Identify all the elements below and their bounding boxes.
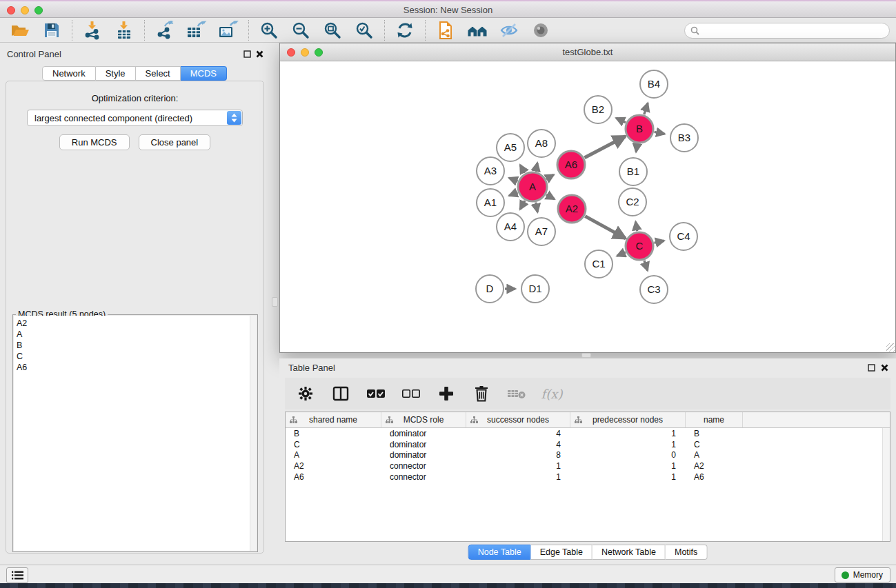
search-field[interactable] — [684, 23, 890, 39]
edge-C-C4[interactable] — [655, 241, 664, 243]
column-header-shared-name[interactable]: shared name — [286, 412, 381, 427]
node-label-B4: B4 — [648, 78, 660, 90]
import-network-icon[interactable] — [81, 20, 103, 41]
window-resize-grip[interactable] — [886, 343, 895, 352]
tab-style[interactable]: Style — [96, 66, 136, 81]
node-label-C1: C1 — [592, 258, 605, 270]
columns-icon[interactable] — [331, 384, 350, 403]
zoom-selected-icon[interactable] — [353, 20, 375, 41]
result-scrollbar[interactable] — [250, 316, 257, 551]
cell-successor-nodes: 4 — [466, 429, 570, 438]
node-label-B3: B3 — [678, 132, 690, 143]
add-column-icon[interactable] — [437, 384, 456, 403]
edge-A-A2[interactable] — [546, 194, 555, 199]
first-neighbors-icon[interactable] — [466, 20, 488, 41]
horizontal-split-grip[interactable] — [581, 353, 591, 358]
unselect-all-icon[interactable] — [401, 384, 421, 403]
edge-A-A7[interactable] — [536, 203, 538, 212]
edge-B-B4[interactable] — [644, 103, 648, 115]
close-panel-icon[interactable] — [256, 50, 263, 60]
edge-B-B1[interactable] — [636, 144, 637, 152]
export-table-icon[interactable] — [186, 20, 208, 41]
table-row[interactable]: Bdominator41B — [286, 428, 890, 439]
tab-mcds[interactable]: MCDS — [181, 66, 227, 81]
node-label-A3: A3 — [484, 165, 497, 176]
result-item[interactable]: A2 — [17, 318, 257, 329]
tab-network-table[interactable]: Network Table — [593, 545, 666, 560]
table-body: Bdominator41BCdominator41CAdominator80AA… — [286, 428, 890, 482]
column-header-predecessor-nodes[interactable]: predecessor nodes — [570, 412, 686, 427]
criterion-value: largest connected component (directed) — [34, 113, 192, 123]
search-input[interactable] — [703, 26, 889, 36]
tab-select[interactable]: Select — [136, 66, 181, 81]
select-all-icon[interactable] — [366, 384, 386, 403]
mcds-result-list[interactable]: A2ABCA6 — [14, 316, 257, 551]
result-item[interactable]: A — [17, 329, 257, 340]
tab-node-table[interactable]: Node Table — [468, 545, 531, 560]
save-session-icon[interactable] — [41, 20, 63, 41]
show-all-icon[interactable] — [530, 20, 552, 41]
table-row[interactable]: Adominator80A — [286, 449, 890, 460]
result-item[interactable]: B — [17, 340, 257, 351]
vertical-split-grip[interactable] — [272, 297, 278, 307]
result-item[interactable]: C — [17, 351, 257, 362]
edge-B-B2[interactable] — [616, 118, 626, 122]
open-file-icon[interactable] — [9, 20, 31, 41]
edge-A-A8[interactable] — [536, 163, 538, 171]
edge-B-B3[interactable] — [655, 132, 665, 134]
delete-table-icon[interactable] — [507, 384, 526, 403]
memory-button[interactable]: Memory — [835, 567, 890, 582]
search-icon — [690, 26, 699, 35]
column-header-MCDS-role[interactable]: MCDS role — [381, 412, 466, 427]
float-panel-icon[interactable] — [243, 50, 251, 60]
table-scrollbar[interactable] — [882, 428, 890, 541]
criterion-dropdown[interactable]: largest connected component (directed) — [27, 110, 243, 126]
column-header-successor-nodes[interactable]: successor nodes — [466, 412, 570, 427]
table-float-panel-icon[interactable] — [868, 363, 875, 374]
delete-column-icon[interactable] — [472, 384, 491, 403]
result-item[interactable]: A6 — [17, 362, 257, 373]
function-builder-icon[interactable]: f(x) — [542, 384, 561, 403]
cell-MCDS-role: dominator — [381, 429, 466, 438]
edge-A-A6[interactable] — [546, 174, 554, 179]
edge-A-A3[interactable] — [509, 178, 517, 181]
table-close-panel-icon[interactable] — [881, 363, 888, 374]
column-header-name[interactable]: name — [686, 412, 743, 427]
export-network-icon[interactable] — [154, 20, 176, 41]
network-window-titlebar[interactable]: testGlobe.txt — [280, 43, 895, 61]
export-image-icon[interactable] — [217, 20, 239, 41]
column-label: shared name — [309, 415, 357, 425]
edge-C-C3[interactable] — [644, 261, 648, 271]
tab-edge-table[interactable]: Edge Table — [531, 545, 593, 560]
node-table[interactable]: shared nameMCDS rolesuccessor nodesprede… — [285, 412, 890, 542]
column-type-icon — [290, 416, 297, 426]
refresh-icon[interactable] — [394, 20, 416, 41]
tab-network[interactable]: Network — [42, 66, 96, 81]
edge-C-C2[interactable] — [636, 222, 637, 232]
task-history-button[interactable] — [6, 567, 28, 583]
zoom-fit-icon[interactable] — [321, 20, 344, 41]
node-label-A: A — [529, 181, 536, 192]
close-panel-button[interactable]: Close panel — [139, 134, 211, 150]
gear-icon[interactable] — [296, 384, 315, 403]
table-row[interactable]: A6connector11A6 — [286, 472, 890, 483]
edge-A2-C[interactable] — [585, 216, 626, 239]
edge-A-A1[interactable] — [509, 192, 517, 196]
zoom-out-icon[interactable] — [290, 20, 312, 41]
table-row[interactable]: A2connector11A2 — [286, 460, 890, 472]
edge-A-A4[interactable] — [520, 201, 525, 210]
node-label-A5: A5 — [504, 141, 517, 153]
network-graph[interactable]: AA1A2A3A4A5A6A7A8BB1B2B3B4CC1C2C3C4DD1 — [280, 62, 895, 352]
zoom-in-icon[interactable] — [258, 20, 280, 41]
tab-motifs[interactable]: Motifs — [666, 545, 707, 560]
edge-C-C1[interactable] — [617, 252, 626, 256]
edge-A-A5[interactable] — [520, 165, 525, 173]
hide-selected-icon[interactable] — [498, 20, 520, 41]
network-canvas[interactable]: AA1A2A3A4A5A6A7A8BB1B2B3B4CC1C2C3C4DD1 — [280, 62, 895, 352]
edge-A6-B[interactable] — [585, 136, 626, 158]
run-mcds-button[interactable]: Run MCDS — [59, 134, 130, 150]
import-table-icon[interactable] — [113, 20, 135, 41]
table-row[interactable]: Cdominator41C — [286, 439, 890, 450]
clone-network-icon[interactable] — [435, 20, 457, 41]
mcds-panel: Optimization criterion: largest connecte… — [6, 81, 264, 554]
